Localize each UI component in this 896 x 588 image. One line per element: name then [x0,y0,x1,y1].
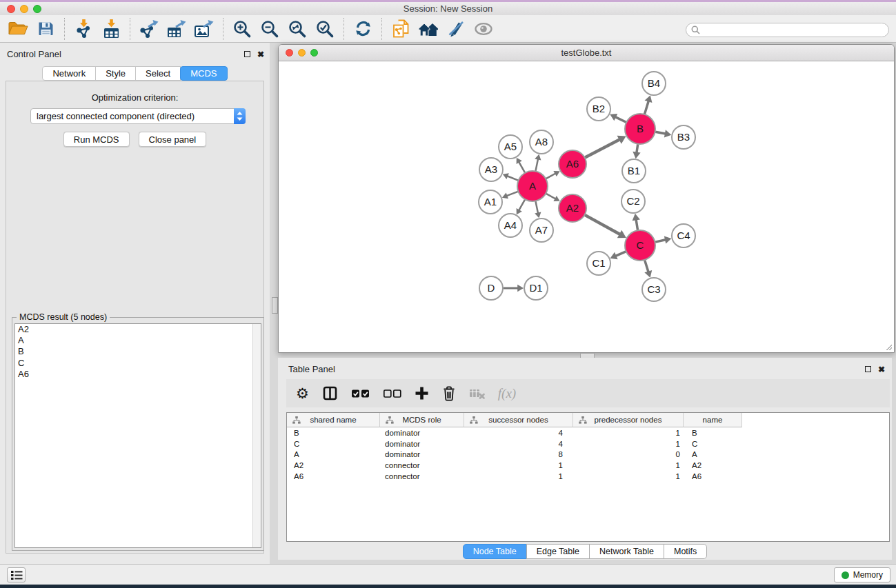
graph-edge-A-A7[interactable] [535,201,538,213]
export-table-button[interactable] [163,17,190,41]
zoom-selected-button[interactable] [311,17,339,41]
show-graphics-button[interactable] [470,17,497,41]
optimization-criterion-select[interactable]: largest connected component (directed) [30,108,246,124]
zoom-in-button[interactable] [228,17,256,41]
tab-style[interactable]: Style [95,66,136,81]
close-panel-button[interactable]: Close panel [139,132,207,147]
table-cell: 1 [573,440,684,448]
graph-edge-A-A3[interactable] [507,176,518,180]
import-table-button[interactable] [97,17,125,41]
add-row-button[interactable] [415,386,429,401]
graph-edge-A-A6[interactable] [546,174,556,179]
graph-edge-A-A2[interactable] [546,194,556,199]
column-header-name[interactable]: name [684,413,742,427]
graph-edge-A2-C[interactable] [585,215,620,234]
mcds-list-scrollbar[interactable] [252,324,261,547]
tab-mcds[interactable]: MCDS [180,66,227,81]
search-box[interactable] [686,23,889,37]
network-from-selection-button[interactable] [387,17,415,41]
graph-edge-C-C2[interactable] [636,219,637,230]
graph-edge-B-B1[interactable] [637,144,638,152]
mcds-tab-content: Optimization criterion: largest connecte… [6,81,264,554]
select-stepper-icon [234,108,246,124]
table-row-A[interactable]: Adominator80A [287,449,889,460]
graph-edge-B-B4[interactable] [645,101,649,114]
resize-grip-icon[interactable] [884,342,893,351]
graph-node-label-B3: B3 [677,131,690,143]
mcds-result-item[interactable]: A2 [15,324,261,335]
mcds-result-item[interactable]: A [15,335,261,346]
graph-edge-A-A1[interactable] [506,192,518,196]
graph-edge-C-C4[interactable] [655,240,666,242]
graph-edge-B-B2[interactable] [615,117,626,123]
table-row-A6[interactable]: A6connector11A6 [287,471,889,482]
column-header-filler [742,413,889,427]
tab-network-table[interactable]: Network Table [589,544,664,559]
float-panel-icon[interactable] [244,51,250,57]
table-cell: C [287,440,380,448]
table-row-A2[interactable]: A2connector11A2 [287,460,889,471]
column-header-predecessor-nodes[interactable]: predecessor nodes [573,413,684,427]
tab-edge-table[interactable]: Edge Table [526,544,590,559]
toolbar-separator [381,18,382,40]
table-row-B[interactable]: Bdominator41B [287,427,889,438]
column-header-label: shared name [310,416,356,424]
home-button[interactable] [415,17,442,41]
graph-edge-C-C1[interactable] [615,252,626,256]
mcds-result-item[interactable]: A6 [15,369,261,380]
tab-network[interactable]: Network [42,66,96,81]
tab-motifs[interactable]: Motifs [664,544,707,559]
open-folder-button[interactable] [4,17,32,41]
gear-button[interactable]: ⚙ [296,387,309,401]
network-window-titlebar[interactable]: testGlobe.txt [279,45,894,61]
run-mcds-button[interactable]: Run MCDS [63,132,130,147]
column-header-shared-name[interactable]: shared name [287,413,380,427]
mcds-result-item[interactable]: C [15,358,261,369]
graph-node-label-B2: B2 [593,103,605,114]
float-table-panel-icon[interactable] [865,366,871,372]
search-input[interactable] [704,26,879,35]
mcds-result-item[interactable]: B [15,346,261,357]
columns-button[interactable] [322,385,338,401]
graph-edge-C-C3[interactable] [645,260,648,272]
select-all-button[interactable] [351,388,370,399]
toolbar-groups [4,15,497,42]
close-panel-icon[interactable]: ✖ [257,51,264,58]
column-header-label: successor nodes [488,416,548,424]
graph-edge-A6-B[interactable] [585,139,619,157]
attribute-tree-icon [386,416,394,424]
tab-select[interactable]: Select [135,66,181,81]
table-cell: 1 [573,472,684,480]
deselect-all-button[interactable] [383,388,401,399]
apply-layout-button[interactable] [349,17,377,41]
save-icon [37,20,54,37]
graph-edge-A-A4[interactable] [519,200,525,211]
save-button[interactable] [32,17,59,41]
hide-graphics-button[interactable] [442,17,470,41]
column-header-mcds-role[interactable]: MCDS role [380,413,464,427]
export-network-button[interactable] [135,17,163,41]
list-icon [10,570,23,580]
close-table-panel-icon[interactable]: ✖ [878,366,885,373]
zoom-out-button[interactable] [256,17,283,41]
network-canvas[interactable]: B4B2BB3A8A5A6A3B1AA1C2A2A4A7C4CC1C3DD1 [279,61,894,352]
delete-row-button[interactable] [442,385,456,401]
export-image-button[interactable] [190,17,218,41]
mcds-result-list[interactable]: A2ABCA6 [14,323,261,548]
column-header-successor-nodes[interactable]: successor nodes [464,413,573,427]
graph-edge-B-B3[interactable] [655,132,666,134]
zoom-selected-icon [315,19,335,39]
table-cell: B [287,429,380,437]
memory-button[interactable]: Memory [834,567,890,582]
vertical-splitter-grip[interactable] [272,297,278,314]
graph-node-label-C4: C4 [677,230,690,241]
attribute-tree-icon [470,416,478,424]
task-history-button[interactable] [7,567,26,582]
graph-edge-A-A5[interactable] [519,162,525,173]
zoom-fit-button[interactable] [283,17,311,41]
tab-node-table[interactable]: Node Table [463,544,527,559]
import-network-button[interactable] [70,17,97,41]
table-row-C[interactable]: Cdominator41C [287,438,889,449]
graph-edge-A-A8[interactable] [535,159,538,170]
memory-label: Memory [853,570,883,580]
